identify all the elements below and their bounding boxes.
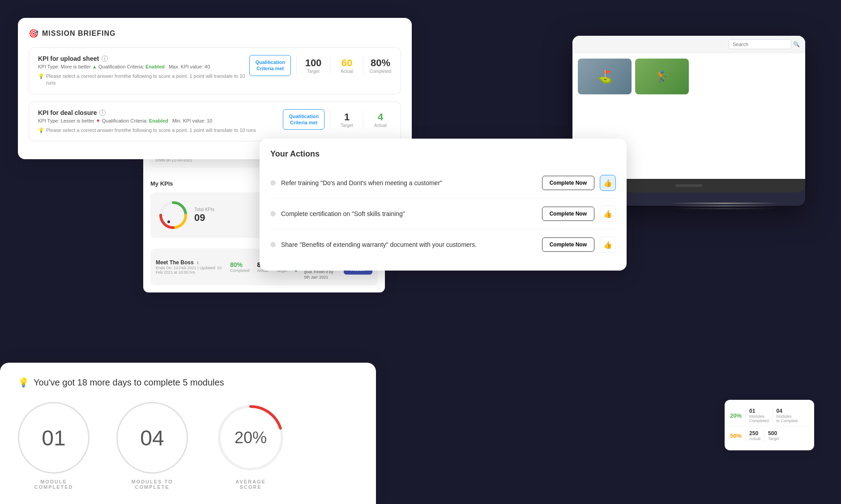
qual-badge-1: QualiticationCriteria met (249, 55, 291, 76)
meet-boss-info-icon: ℹ (197, 261, 198, 265)
kpi-info-icon-2[interactable]: i (99, 110, 106, 116)
like-button-3[interactable]: 👍 (600, 237, 616, 253)
mission-header: 🎯 MISSION BRIEFING (29, 29, 401, 38)
laptop-notch (675, 184, 702, 187)
kpi-name-2: KPI for deal closure i (38, 109, 283, 116)
mission-title: MISSION BRIEFING (42, 30, 115, 38)
actions-title: Your Actions (270, 149, 616, 159)
module-stat-circle-2: 04 (116, 402, 188, 474)
module-stat-label-1: MODULE COMPLETED (18, 479, 90, 490)
qual-badge-2: QualiticationCriteria met (283, 109, 324, 130)
progress-circle: 20% (215, 402, 286, 474)
kpi-meta-2: KPI Type: Lesser is better ▼ Qualificati… (38, 118, 283, 123)
kpi-info-icon-1[interactable]: i (102, 55, 108, 62)
search-icon: 🔍 (793, 41, 800, 47)
action-row-2: Complete certification on "Soft skills t… (270, 199, 616, 229)
kpi-target-1: 100 Target (302, 57, 324, 74)
modules-card: 💡 You've got 18 more days to complete 5 … (0, 363, 376, 504)
kpi-card-2: KPI for deal closure i KPI Type: Lesser … (29, 102, 401, 141)
action-row-3: Share "Benefits of extending warranty" d… (270, 229, 616, 260)
action-row-1: Refer training "Do's and Dont's when mee… (270, 168, 616, 199)
kpi-note-2: 💡 Please select a correct answer fromthe… (38, 127, 283, 134)
screen-search: 🔍 (572, 36, 805, 53)
kpi-card-1: KPI for upload sheet i KPI Type: More is… (29, 47, 401, 94)
kpi-meta-1: KPI Type: More is better ▲ Qualification… (38, 64, 249, 69)
stand-line-1 (671, 203, 778, 204)
stand-line-3 (671, 208, 778, 209)
kpi-name-1: KPI for upload sheet i (38, 55, 249, 62)
side-stat-row-1: 20% 01 ModulesCompleted 04 Modulesto Com… (730, 405, 809, 426)
module-stat-score: 20% AVERAGE SCORE (215, 402, 286, 490)
module-stat-label-2: MODULES TO COMPLETE (116, 479, 188, 490)
laptop-stand (671, 201, 778, 211)
complete-now-button-2[interactable]: Complete Now (542, 207, 594, 221)
mission-briefing-card: 🎯 MISSION BRIEFING KPI for upload sheet … (18, 18, 412, 159)
meet-boss-date: Ends On: 10 Feb 2021 | Updated: 10 Feb 2… (156, 266, 226, 275)
modules-alert: 💡 You've got 18 more days to complete 5 … (18, 377, 358, 388)
action-text-3: Share "Benefits of extending warranty" d… (281, 241, 537, 248)
action-text-2: Complete certification on "Soft skills t… (281, 210, 537, 217)
side-stat-row-2: 50% 250 Actual 500 Target (730, 426, 809, 445)
kpi-note-1: 💡 Please select a correct answer fromthe… (38, 73, 249, 87)
mission-icon: 🎯 (29, 29, 38, 38)
golf-image-1 (578, 59, 632, 94)
like-button-2[interactable]: 👍 (600, 206, 616, 222)
action-dot-1 (270, 180, 276, 186)
module-stat-circle-1: 01 (18, 402, 90, 474)
complete-now-button-3[interactable]: Complete Now (542, 237, 594, 252)
module-stat-label-3: AVERAGE SCORE (215, 479, 286, 490)
kpi-target-2: 1 Target (336, 111, 358, 128)
svg-point-1 (167, 220, 170, 223)
module-stat-to-complete: 04 MODULES TO COMPLETE (116, 402, 188, 490)
svg-text:20%: 20% (235, 428, 267, 447)
screen-images (572, 53, 805, 100)
modules-stats: 01 MODULE COMPLETED 04 MODULES TO COMPLE… (18, 402, 358, 490)
action-text-1: Refer training "Do's and Dont's when mee… (281, 179, 537, 186)
search-input[interactable] (729, 39, 791, 49)
stand-line-2 (671, 205, 778, 207)
like-button-1[interactable]: 👍 (600, 175, 616, 191)
complete-now-button-1[interactable]: Complete Now (542, 176, 594, 190)
actions-card: Your Actions Refer training "Do's and Do… (260, 139, 627, 271)
kpi-actual-1: 60 Actual (336, 57, 358, 74)
kpi-actual-2: 4 Actual (369, 111, 392, 128)
side-stats-panel: 20% 01 ModulesCompleted 04 Modulesto Com… (725, 400, 814, 450)
golf-image-2 (635, 59, 689, 94)
gauge-circle (158, 199, 189, 231)
action-dot-3 (270, 242, 276, 247)
action-dot-2 (270, 211, 276, 216)
kpi-completed-1: 80% Completed (369, 57, 392, 74)
module-stat-completed: 01 MODULE COMPLETED (18, 402, 90, 490)
